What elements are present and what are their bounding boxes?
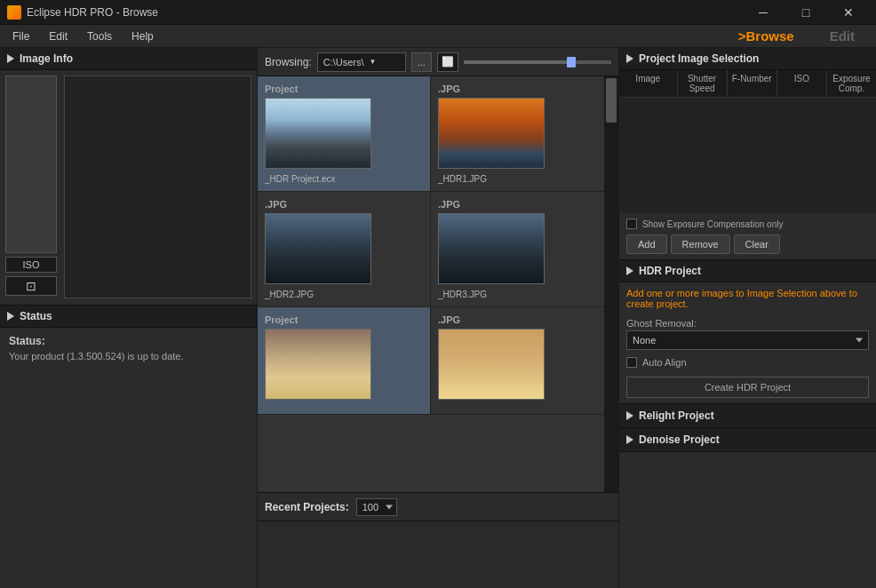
view-tabs: >Browse Edit (721, 26, 872, 46)
col-image: Image (619, 70, 678, 97)
image-info-content: ISO ⊡ (0, 70, 257, 304)
recent-label: Recent Projects: (265, 501, 349, 513)
clear-button[interactable]: Clear (734, 234, 780, 254)
pis-title: Project Image Selection (639, 52, 759, 65)
auto-align-label: Auto Align (642, 357, 687, 368)
auto-align-checkbox[interactable] (626, 357, 637, 368)
pis-footer: Show Exposure Compensation only Add Remo… (619, 213, 876, 259)
menu-file[interactable]: File (4, 28, 38, 45)
denoise-project-title: Denoise Project (639, 433, 720, 446)
recent-count-dropdown[interactable]: 100 (356, 498, 397, 516)
image-info-panel: Image Info ISO ⊡ (0, 48, 257, 306)
browser-grid: Project _HDR Project.ecx .JPG _HDR1.JPG … (258, 76, 618, 492)
recent-count: 100 (362, 502, 378, 513)
relight-project-section: Relight Project (619, 404, 876, 428)
pis-header: Project Image Selection (619, 48, 876, 70)
relight-project-title: Relight Project (639, 409, 714, 422)
menu-bar: File Edit Tools Help >Browse Edit (0, 25, 876, 48)
cell-label: Project (265, 314, 298, 325)
cell-label: .JPG (438, 83, 460, 94)
hdr-project-section: HDR Project Add one or more images to Im… (619, 260, 876, 404)
image-info-header: Image Info (0, 48, 257, 70)
create-hdr-button[interactable]: Create HDR Project (626, 377, 869, 398)
browsing-bar: Browsing: C:\Users\ ▼ ... ⬜ (258, 48, 618, 76)
show-exposure-checkbox[interactable] (626, 219, 637, 229)
cell-thumbnail (438, 329, 545, 400)
ghost-removal-row: Ghost Removal: None (619, 314, 876, 354)
triangle-icon (626, 266, 633, 275)
remove-button[interactable]: Remove (671, 234, 730, 254)
menu-edit[interactable]: Edit (40, 28, 76, 45)
tab-browse[interactable]: >Browse (721, 26, 812, 46)
triangle-right-icon (626, 435, 633, 444)
title-bar-controls: ─ □ ✕ (743, 0, 869, 25)
center-panel: Browsing: C:\Users\ ▼ ... ⬜ Project (258, 48, 618, 588)
title-bar: Eclipse HDR PRO - Browse ─ □ ✕ (0, 0, 876, 25)
maximize-button[interactable]: □ (785, 0, 826, 25)
iso-badge: ISO (5, 257, 57, 273)
menu-help[interactable]: Help (123, 28, 163, 45)
minimize-button[interactable]: ─ (743, 0, 784, 25)
add-button[interactable]: Add (626, 234, 667, 254)
col-iso: ISO (777, 70, 827, 97)
relight-project-header[interactable]: Relight Project (619, 404, 876, 427)
triangle-icon (626, 54, 633, 63)
dropdown-arrow-icon (386, 505, 393, 509)
exposure-badge: ⊡ (5, 276, 57, 296)
grid-cell[interactable]: .JPG (431, 307, 604, 414)
ghost-removal-dropdown[interactable]: None (626, 330, 869, 350)
cell-filename: _HDR1.JPG (438, 174, 487, 184)
vertical-scrollbar[interactable] (604, 76, 618, 492)
col-fnumber: F-Number (728, 70, 777, 97)
image-info-title: Image Info (20, 52, 73, 65)
hdr-project-header: HDR Project (619, 260, 876, 282)
app-title: Eclipse HDR PRO - Browse (27, 6, 158, 19)
show-exposure-row: Show Exposure Compensation only (626, 219, 869, 229)
cell-thumbnail (265, 98, 371, 169)
denoise-project-section: Denoise Project (619, 428, 876, 452)
project-image-selection: Project Image Selection Image Shutter Sp… (619, 48, 876, 260)
status-content: Status: Your product (1.3.500.524) is up… (0, 328, 257, 369)
path-display[interactable]: C:\Users\ ▼ (317, 52, 406, 72)
left-panel: Image Info ISO ⊡ Status Status: Your pro… (0, 48, 258, 588)
grid-cell[interactable]: .JPG _HDR1.JPG (431, 76, 604, 191)
status-text: Your product (1.3.500.524) is up to date… (9, 351, 248, 362)
status-panel: Status Status: Your product (1.3.500.524… (0, 306, 257, 588)
tab-edit[interactable]: Edit (812, 26, 872, 46)
cell-thumbnail (265, 213, 371, 284)
grid-cell[interactable]: .JPG _HDR2.JPG (258, 192, 431, 306)
size-slider-container (464, 60, 611, 64)
grid-cell[interactable]: Project (258, 307, 431, 414)
status-header: Status (0, 306, 257, 328)
cell-filename: _HDR2.JPG (265, 290, 314, 299)
image-thumbnail-box: ISO ⊡ (5, 75, 59, 298)
auto-align-row: Auto Align (619, 354, 876, 371)
right-panel: Project Image Selection Image Shutter Sp… (618, 48, 876, 588)
status-title: Status (20, 310, 52, 322)
ghost-removal-label: Ghost Removal: (626, 318, 869, 329)
recent-projects-bar: Recent Projects: 100 (258, 492, 618, 520)
menu-items: File Edit Tools Help (4, 28, 163, 45)
col-shutter: Shutter Speed (678, 70, 728, 97)
pis-table-header: Image Shutter Speed F-Number ISO Exposur… (619, 70, 876, 98)
app-icon (7, 5, 21, 20)
denoise-project-header[interactable]: Denoise Project (619, 428, 876, 451)
cell-thumbnail (438, 98, 545, 169)
create-btn-row: Create HDR Project (619, 371, 876, 403)
close-button[interactable]: ✕ (828, 0, 869, 25)
menu-tools[interactable]: Tools (78, 28, 121, 45)
image-info-details (64, 75, 251, 298)
size-slider[interactable] (464, 60, 611, 64)
frame-view-button[interactable]: ⬜ (437, 52, 458, 72)
main-layout: Image Info ISO ⊡ Status Status: Your pro… (0, 48, 876, 588)
status-label: Status: (9, 335, 248, 347)
cell-thumbnail (438, 213, 545, 284)
col-exposure: Exposure Comp. (827, 70, 876, 97)
grid-cell[interactable]: Project _HDR Project.ecx (258, 76, 431, 191)
grid-cell[interactable]: .JPG _HDR3.JPG (431, 192, 604, 306)
ghost-removal-value: None (633, 335, 656, 346)
browse-button[interactable]: ... (411, 52, 432, 72)
cell-thumbnail (265, 329, 371, 400)
cell-label: .JPG (265, 199, 287, 210)
pis-buttons: Add Remove Clear (626, 234, 869, 254)
